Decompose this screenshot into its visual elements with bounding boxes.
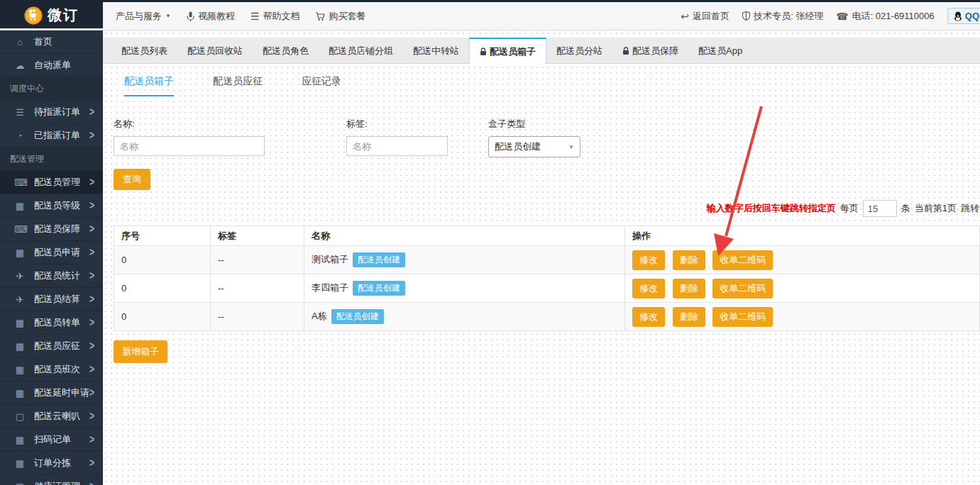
subtab-courier-recruit[interactable]: 配送员应征 [213, 75, 263, 96]
sidebar-item-label: 待指派订单 [34, 106, 89, 118]
lock-icon [480, 48, 487, 56]
sidebar-item-auto-dispatch[interactable]: ☁ 自动派单 [0, 54, 103, 77]
sidebar-item-courier-level[interactable]: ▦ 配送员等级 > [0, 194, 103, 218]
tab-courier-insurance[interactable]: 配送员保障 [612, 38, 688, 63]
file-icon: ▢ [14, 411, 26, 422]
box-name: 李四箱子 [312, 282, 348, 293]
menu-help-docs[interactable]: ☰ 帮助文档 [250, 10, 300, 23]
sidebar-item-courier-mgmt[interactable]: ⌨ 配送员管理 > [0, 171, 103, 194]
tag-label: 标签: [346, 118, 448, 130]
cell-seq: 0 [114, 246, 211, 274]
tab-courier-box[interactable]: 配送员箱子 [469, 38, 546, 64]
tab-courier-recycle[interactable]: 配送员回收站 [177, 38, 253, 63]
tab-courier-role[interactable]: 配送员角色 [253, 38, 319, 63]
list-icon: ☰ [14, 107, 26, 118]
tech-specialist: 技术专员: 张经理 [742, 10, 823, 23]
cell-ops: 修改 删除 收单二维码 [625, 274, 980, 303]
delete-button[interactable]: 删除 [673, 307, 705, 327]
sidebar-item-label: 自动派单 [34, 59, 94, 72]
building-icon: ▦ [14, 458, 26, 469]
chevron-right-icon: > [89, 199, 94, 212]
building-icon: ▦ [14, 481, 26, 485]
phone-label: 电话: 021-69110006 [852, 10, 935, 23]
chevron-right-icon: > [89, 316, 94, 329]
sidebar-item-courier-apply[interactable]: ▦ 配送员申请 > [0, 241, 103, 264]
box-table: 序号 标签 名称 操作 0 -- 测试箱子配送员创建 修改 删除 收单二维码 [114, 225, 980, 331]
menu-buy-package[interactable]: 购买套餐 [315, 10, 365, 23]
building-icon: ▦ [14, 247, 26, 258]
cell-tag: -- [211, 303, 304, 331]
sidebar-item-courier-settlement[interactable]: ✈ 配送员结算 > [0, 288, 103, 311]
tab-courier-list[interactable]: 配送员列表 [111, 38, 177, 63]
per-page-input[interactable] [863, 200, 897, 217]
table-header-row: 序号 标签 名称 操作 [114, 226, 980, 246]
col-seq: 序号 [114, 226, 211, 246]
edit-button[interactable]: 修改 [632, 307, 665, 327]
qrcode-button[interactable]: 收单二维码 [712, 250, 773, 270]
logo[interactable]: 微订 [0, 0, 103, 28]
menu-products-services[interactable]: 产品与服务 ▼ [116, 10, 171, 23]
qrcode-button[interactable]: 收单二维码 [712, 307, 773, 327]
tab-courier-app[interactable]: 配送员App [688, 38, 752, 63]
tab-label: 配送员分站 [556, 45, 602, 57]
table-row: 0 -- A栋配送员创建 修改 删除 收单二维码 [114, 303, 980, 331]
sidebar-item-label: 配送员管理 [34, 176, 89, 189]
sidebar-item-scan-record[interactable]: ▦ 扫码记单 > [0, 428, 103, 452]
sidebar-item-label: 配送云喇叭 [34, 410, 89, 423]
chevron-right-icon: > [89, 433, 94, 446]
subtab-courier-box[interactable]: 配送员箱子 [124, 75, 174, 96]
building-icon: ▦ [14, 341, 26, 352]
chevron-right-icon: > [89, 223, 94, 235]
box-name: A栋 [312, 311, 327, 321]
qrcode-button[interactable]: 收单二维码 [712, 279, 773, 299]
laptop-icon: ⌨ [14, 177, 26, 188]
menu-label: 购买套餐 [329, 10, 365, 23]
sidebar-item-courier-shift[interactable]: ▦ 配送员班次 > [0, 358, 103, 381]
col-tag: 标签 [211, 226, 304, 246]
caret-down-icon: ▼ [165, 13, 171, 19]
sidebar-item-label: 配送员班次 [34, 363, 89, 376]
building-icon: ▦ [14, 388, 26, 398]
tab-transfer-station[interactable]: 配送中转站 [403, 38, 469, 63]
sidebar-item-home[interactable]: ⌂ 首页 [0, 30, 103, 54]
sidebar-item-courier-recruit[interactable]: ▦ 配送员应征 > [0, 335, 103, 358]
per-page-prefix: 每页 [840, 202, 859, 215]
back-home-link[interactable]: ↩ 返回首页 [681, 10, 730, 23]
cell-ops: 修改 删除 收单二维码 [625, 303, 980, 331]
tab-strip: 配送员列表 配送员回收站 配送员角色 配送员店铺分组 配送中转站 配送员箱子 配… [103, 38, 980, 64]
edit-button[interactable]: 修改 [632, 250, 665, 270]
box-type-select[interactable]: 配送员创建 ▼ [488, 136, 580, 157]
menu-video-tutorial[interactable]: 视频教程 [187, 10, 235, 23]
cell-ops: 修改 删除 收单二维码 [625, 246, 980, 274]
name-input[interactable] [114, 136, 265, 156]
tab-courier-shop-group[interactable]: 配送员店铺分组 [319, 38, 403, 63]
filter-bar: 名称: 标签: 盒子类型 配送员创建 ▼ [114, 118, 980, 157]
qq-contact-button[interactable]: QQ [947, 8, 980, 24]
sub-tabs: 配送员箱子 配送员应征 应征记录 [124, 75, 980, 96]
sidebar-item-delay-apply[interactable]: ▦ 配送延时申请 > [0, 381, 103, 405]
delete-button[interactable]: 删除 [673, 250, 705, 270]
filter-boxtype-group: 盒子类型 配送员创建 ▼ [488, 118, 580, 157]
sidebar-item-health-cert[interactable]: ▦ 健康证管理 > [0, 475, 103, 485]
tab-courier-substation[interactable]: 配送员分站 [546, 38, 612, 63]
sidebar-item-label: 配送员应征 [34, 340, 89, 352]
per-page-suffix: 条 [901, 202, 910, 215]
sidebar-item-pending-orders[interactable]: ☰ 待指派订单 > [0, 101, 103, 124]
chevron-right-icon: > [89, 457, 94, 469]
add-box-button[interactable]: 新增箱子 [114, 340, 167, 363]
subtab-recruit-record[interactable]: 应征记录 [302, 75, 341, 96]
delete-button[interactable]: 删除 [673, 279, 705, 299]
search-button[interactable]: 查询 [114, 169, 150, 190]
tag-input[interactable] [346, 136, 448, 156]
edit-button[interactable]: 修改 [632, 279, 665, 299]
sidebar-item-order-sorting[interactable]: ▦ 订单分拣 > [0, 452, 103, 475]
sidebar-item-courier-insurance[interactable]: ⌨ 配送员保障 > [0, 218, 103, 241]
sidebar-item-courier-transfer[interactable]: ▦ 配送员转单 > [0, 311, 103, 335]
sidebar-item-courier-stats[interactable]: ✈ 配送员统计 > [0, 264, 103, 288]
sidebar-item-label: 扫码记单 [34, 433, 89, 446]
sidebar-item-label: 配送员等级 [34, 199, 89, 212]
sidebar-item-cloud-speaker[interactable]: ▢ 配送云喇叭 > [0, 405, 103, 428]
shield-icon [742, 11, 750, 21]
sidebar-item-assigned-orders[interactable]: ◔ 已指派订单 > [0, 124, 103, 147]
sidebar-item-label: 订单分拣 [34, 457, 89, 469]
